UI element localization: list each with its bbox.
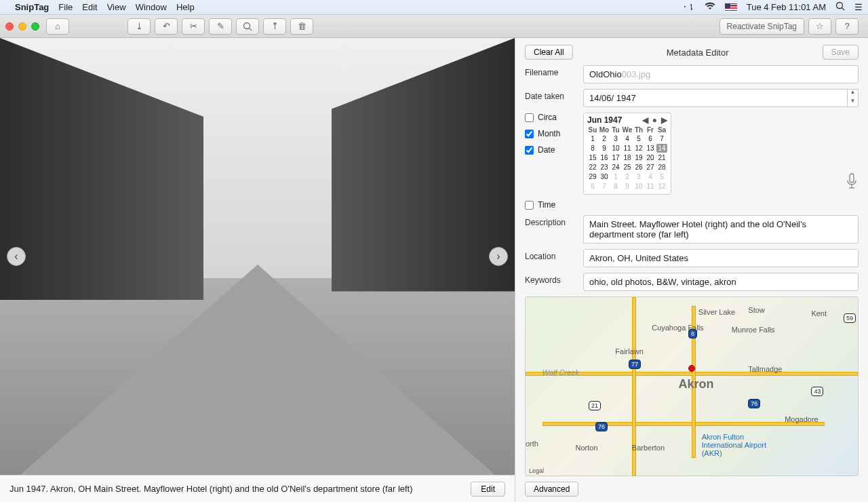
calendar-day[interactable]: 1 [587,134,598,143]
calendar-day[interactable]: 25 [622,163,633,172]
filename-field[interactable]: OldOhio003.jpg [583,65,859,83]
calendar-day[interactable]: 9 [599,144,610,153]
clear-all-button[interactable]: Clear All [525,45,573,60]
calendar-next-icon[interactable]: ▶ [661,115,667,125]
datetaken-field[interactable]: 14/06/ 1947 [583,89,848,107]
calendar-day[interactable]: 5 [656,172,667,181]
time-checkbox[interactable]: Time [525,200,583,210]
dictation-icon[interactable] [845,173,859,195]
calendar-day[interactable]: 26 [633,163,644,172]
help-button[interactable]: ? [835,18,859,35]
location-field[interactable]: Akron, OH, United States [583,249,859,267]
calendar-day[interactable]: 27 [645,163,656,172]
undo-button[interactable]: ↶ [155,18,178,35]
save-button[interactable]: Save [823,45,859,60]
calendar-day[interactable]: 2 [599,134,610,143]
calendar-day[interactable]: 10 [633,182,644,191]
zoom-window-button[interactable] [31,22,39,31]
calendar-day[interactable]: 1 [610,172,621,181]
advanced-button[interactable]: Advanced [525,482,578,497]
menu-list-icon[interactable]: ☰ [854,2,863,12]
calendar-day[interactable]: 18 [622,153,633,162]
calendar-day[interactable]: 12 [656,182,667,191]
delete-button[interactable]: 🗑 [290,18,313,35]
wifi-icon[interactable] [705,2,715,12]
calendar-day[interactable]: 15 [587,153,598,162]
clock[interactable]: Tue 4 Feb 11:01 AM [747,2,826,12]
edit-caption-button[interactable]: Edit [471,482,505,497]
calendar-day[interactable]: 3 [610,134,621,143]
calendar-day[interactable]: 11 [622,144,633,153]
calendar-prev-icon[interactable]: ◀ [642,115,648,125]
calendar-title: Jun 1947 [587,115,622,125]
calendar[interactable]: Jun 1947 ◀ ● ▶ SuMoTuWeThFrSa12345678910… [583,113,671,195]
photo-preview[interactable]: ‹ › [0,38,515,475]
calendar-day[interactable]: 6 [587,182,598,191]
input-source-icon[interactable] [725,3,737,12]
home-button[interactable]: ⌂ [46,18,69,35]
next-photo-button[interactable]: › [489,247,508,266]
calendar-day[interactable]: 20 [645,153,656,162]
calendar-day[interactable]: 4 [645,172,656,181]
calendar-day[interactable]: 23 [599,163,610,172]
keywords-field[interactable]: ohio, old photos, B&W, vintage, akron [583,273,859,291]
calendar-day[interactable]: 8 [610,182,621,191]
previous-photo-button[interactable]: ‹ [7,247,26,266]
app-name[interactable]: SnipTag [15,2,49,12]
calendar-day[interactable]: 2 [622,172,633,181]
location-map[interactable]: Akron Silver Lake Stow Kent Cuyahoga Fal… [525,296,859,476]
calendar-day[interactable]: 10 [610,144,621,153]
edit-button[interactable]: ✎ [209,18,232,35]
calendar-day[interactable]: 3 [633,172,644,181]
spotlight-icon[interactable] [835,1,845,13]
reactivate-button[interactable]: Reactivate SnipTag [719,18,804,35]
calendar-day[interactable]: 22 [587,163,598,172]
calendar-day[interactable]: 14 [656,144,667,153]
calendar-day[interactable]: 28 [656,163,667,172]
calendar-day[interactable]: 17 [610,153,621,162]
calendar-day[interactable]: 13 [645,144,656,153]
svg-line-3 [250,28,252,31]
calendar-day[interactable]: 16 [599,153,610,162]
month-checkbox[interactable]: Month [525,129,583,138]
bluetooth-icon[interactable]: ᛫⥍ [682,2,695,12]
menu-edit[interactable]: Edit [82,2,97,12]
description-field[interactable]: Main Street. Mayflower Hotel (right) and… [583,215,859,244]
menu-file[interactable]: File [58,2,73,12]
search-button[interactable] [236,18,259,35]
calendar-day[interactable]: 8 [587,144,598,153]
import-button[interactable]: ⤓ [127,18,151,35]
circa-checkbox[interactable]: Circa [525,113,583,122]
calendar-day[interactable]: 12 [633,144,644,153]
calendar-day[interactable]: 21 [656,153,667,162]
date-stepper[interactable]: ▲▼ [848,89,859,107]
minimize-window-button[interactable] [18,22,26,31]
menu-window[interactable]: Window [136,2,167,12]
calendar-day[interactable]: 7 [656,134,667,143]
crop-button[interactable]: ✂ [182,18,205,35]
export-button[interactable]: ⤒ [263,18,286,35]
calendar-today-icon[interactable]: ● [652,115,657,125]
date-checkbox[interactable]: Date [525,145,583,155]
calendar-day[interactable]: 30 [599,172,610,181]
menu-view[interactable]: View [107,2,126,12]
menubar: SnipTag File Edit View Window Help ᛫⥍ Tu… [0,0,868,15]
map-pin-icon [688,365,695,372]
calendar-day[interactable]: 19 [633,153,644,162]
calendar-day[interactable]: 6 [645,134,656,143]
description-label: Description [525,215,583,227]
calendar-day[interactable]: 5 [633,134,644,143]
menu-help[interactable]: Help [176,2,195,12]
calendar-day[interactable]: 24 [610,163,621,172]
image-panel: ‹ › Jun 1947. Akron, OH Main Street. May… [0,38,515,502]
panel-title: Metadata Editor [573,47,823,58]
favorite-button[interactable]: ☆ [808,18,831,35]
svg-line-1 [842,8,845,11]
calendar-day[interactable]: 11 [645,182,656,191]
close-window-button[interactable] [5,22,14,31]
calendar-day[interactable]: 4 [622,134,633,143]
calendar-day[interactable]: 9 [622,182,633,191]
calendar-day[interactable]: 29 [587,172,598,181]
window-controls [5,22,39,31]
calendar-day[interactable]: 7 [599,182,610,191]
